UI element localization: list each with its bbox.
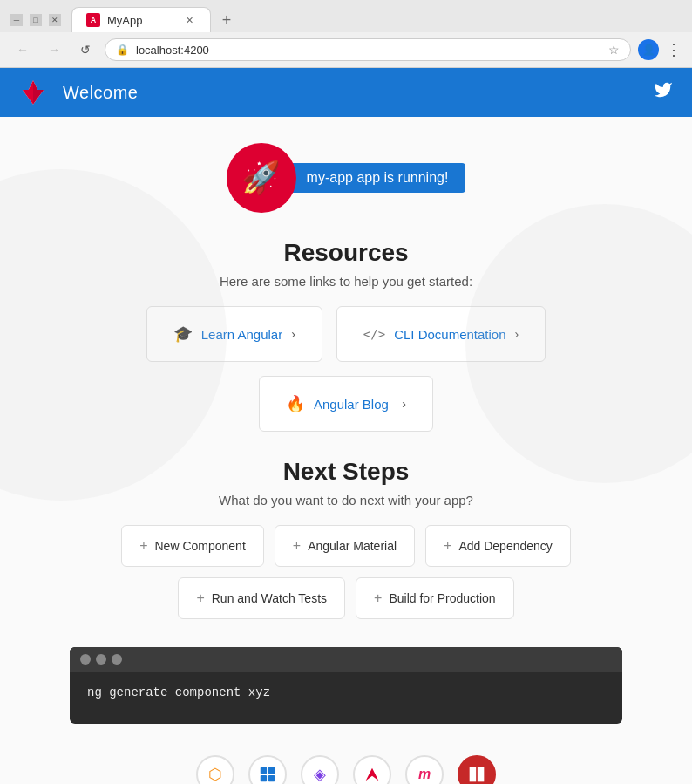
terminal-dot-1 <box>80 654 91 665</box>
resources-section: Resources Here are some links to help yo… <box>0 230 692 449</box>
apollo-icon[interactable]: ◈ <box>301 755 339 784</box>
svg-rect-8 <box>478 767 485 782</box>
angular-app: Welcome 🚀 my-app app is running! Resourc… <box>0 68 692 784</box>
cli-docs-card[interactable]: </> CLI Documentation › <box>336 306 546 362</box>
resources-title: Resources <box>35 239 657 267</box>
action-row-1: + New Component + Angular Material + Add… <box>35 525 657 567</box>
app-header-title: Welcome <box>63 83 139 103</box>
svg-rect-7 <box>470 767 477 782</box>
app-running-badge: my-app app is running! <box>289 163 466 193</box>
forward-button[interactable]: → <box>42 37 66 62</box>
maximize-button[interactable]: □ <box>30 14 42 26</box>
app-content: 🚀 my-app app is running! Resources Here … <box>0 117 692 784</box>
reload-button[interactable]: ↺ <box>73 37 98 62</box>
svg-marker-1 <box>23 80 33 104</box>
add-dependency-button[interactable]: + Add Dependency <box>425 525 571 567</box>
svg-rect-4 <box>268 767 275 774</box>
action-row-2: + Run and Watch Tests + Build for Produc… <box>35 577 657 619</box>
blog-chevron: › <box>402 397 406 411</box>
angular-blog-label: Angular Blog <box>314 397 389 412</box>
add-dependency-label: Add Dependency <box>458 539 552 553</box>
resources-subtitle: Here are some links to help you get star… <box>35 274 657 289</box>
rocket-circle: 🚀 <box>227 143 296 213</box>
next-steps-section: Next Steps What do you want to do next w… <box>0 449 692 647</box>
terminal-command: ng generate component xyz <box>87 685 270 699</box>
cli-icon: </> <box>363 327 385 341</box>
lock-icon: 🔒 <box>116 44 129 56</box>
svg-rect-5 <box>261 775 267 781</box>
browser-menu-button[interactable]: ⋮ <box>666 40 682 59</box>
svg-marker-2 <box>33 80 44 104</box>
close-button[interactable]: ✕ <box>49 14 61 26</box>
resources-cards: 🎓 Learn Angular › </> CLI Documentation … <box>35 306 657 362</box>
plus-icon-4: + <box>196 590 204 606</box>
profile-button[interactable]: 👤 <box>638 39 659 60</box>
tab-favicon: A <box>86 13 100 27</box>
plus-icon-5: + <box>374 590 382 606</box>
twitter-icon[interactable] <box>652 80 675 105</box>
terminal: ng generate component xyz <box>70 647 622 724</box>
active-tab[interactable]: A MyApp ✕ <box>71 7 211 32</box>
svg-rect-3 <box>261 767 267 774</box>
new-tab-button[interactable]: + <box>214 8 239 32</box>
blog-icon: 🔥 <box>286 394 305 413</box>
learn-angular-card[interactable]: 🎓 Learn Angular › <box>146 306 322 362</box>
terminal-header <box>70 647 622 672</box>
plus-icon-3: + <box>444 538 451 554</box>
bookmark-icon[interactable]: ☆ <box>608 43 620 57</box>
build-production-label: Build for Production <box>389 591 495 605</box>
angularfire-icon[interactable] <box>353 755 391 784</box>
angular-material-button[interactable]: + Angular Material <box>275 525 415 567</box>
cli-chevron: › <box>515 327 519 341</box>
run-watch-tests-button[interactable]: + Run and Watch Tests <box>178 577 345 619</box>
next-steps-subtitle: What do you want to do next with your ap… <box>35 493 657 508</box>
browser-chrome: ─ □ ✕ A MyApp ✕ + ← → ↺ 🔒 localhost:4200… <box>0 0 692 68</box>
learn-icon: 🎓 <box>173 324 193 344</box>
hero-section: 🚀 my-app app is running! <box>0 117 692 230</box>
tab-close-button[interactable]: ✕ <box>182 13 196 27</box>
angular-material-icon[interactable]: ⬡ <box>196 755 234 784</box>
nx-icon[interactable] <box>458 755 496 784</box>
app-header: Welcome <box>0 68 692 117</box>
new-component-button[interactable]: + New Component <box>121 525 264 567</box>
tab-bar: A MyApp ✕ + <box>71 7 682 32</box>
tab-title: MyApp <box>107 14 142 27</box>
browser-nav-bar: ← → ↺ 🔒 localhost:4200 ☆ 👤 ⋮ <box>0 32 692 67</box>
angular-logo <box>17 77 49 108</box>
learn-angular-label: Learn Angular <box>201 327 282 342</box>
plus-icon-1: + <box>139 538 147 554</box>
plus-icon-2: + <box>293 538 301 554</box>
new-component-label: New Component <box>155 539 246 553</box>
learn-chevron: › <box>291 327 295 341</box>
center-card-container: 🔥 Angular Blog › <box>35 376 657 432</box>
ecosystem-section: ⬡ ◈ m <box>0 741 692 784</box>
minimize-button[interactable]: ─ <box>10 14 23 26</box>
terminal-section: ng generate component xyz <box>70 647 622 724</box>
build-production-button[interactable]: + Build for Production <box>356 577 514 619</box>
terminal-body: ng generate component xyz <box>70 672 622 724</box>
window-controls: ─ □ ✕ <box>10 14 61 26</box>
address-bar[interactable]: 🔒 localhost:4200 ☆ <box>105 38 631 61</box>
back-button[interactable]: ← <box>10 37 35 62</box>
angular-blog-card[interactable]: 🔥 Angular Blog › <box>259 376 433 432</box>
ngrx-icon[interactable]: m <box>405 755 444 784</box>
angular-material-label: Angular Material <box>308 539 397 553</box>
svg-rect-6 <box>268 775 275 781</box>
cli-docs-label: CLI Documentation <box>394 327 505 342</box>
browser-title-bar: ─ □ ✕ A MyApp ✕ + <box>0 0 692 32</box>
angular-pwa-icon[interactable] <box>248 755 287 784</box>
terminal-dot-3 <box>112 654 122 665</box>
address-url: localhost:4200 <box>136 44 601 57</box>
terminal-dot-2 <box>96 654 106 665</box>
run-watch-tests-label: Run and Watch Tests <box>212 591 327 605</box>
rocket-icon: 🚀 <box>241 160 281 196</box>
next-steps-title: Next Steps <box>35 458 657 486</box>
